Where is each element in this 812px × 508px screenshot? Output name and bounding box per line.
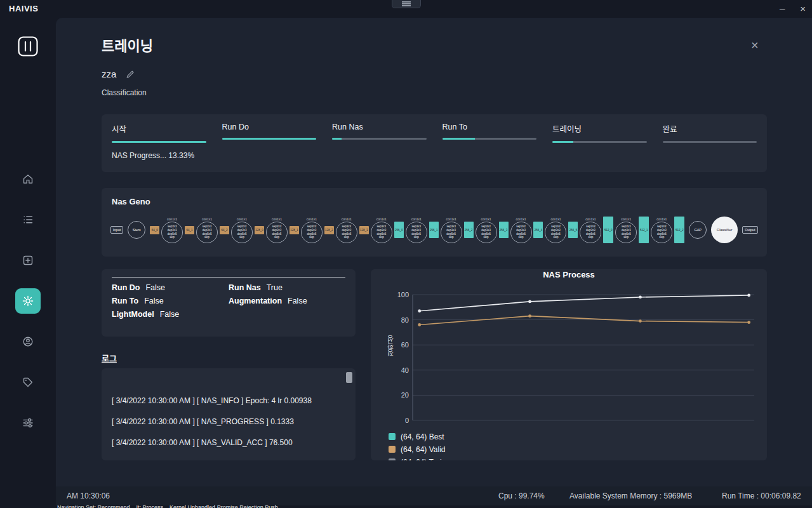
geno-cell-ops: sep3x3dep3x3dep5x5skip <box>580 222 601 243</box>
geno-cell-node: con1x1sep3x3dep3x3dep5x5skip <box>476 217 497 243</box>
geno-cell-node: con1x1sep3x3dep3x3dep5x5skip <box>441 217 462 243</box>
config-label: Augmentation <box>229 297 282 305</box>
tag-icon <box>22 376 34 389</box>
config-label: Run To <box>112 297 138 305</box>
panel-close-icon[interactable]: × <box>751 38 759 53</box>
geno-classifier-node: Classifier <box>711 217 738 243</box>
geno-output-node: Output <box>742 226 758 234</box>
geno-cell-ops: sep3x3dep3x3dep5x5skip <box>231 222 253 243</box>
main-panel: 트레이닝 × zza Classification 시작Run DoRun Na… <box>56 18 812 486</box>
config-item: LightModelFalse <box>112 310 229 319</box>
nas-geno-diagram: InputStem64_0con1x1sep3x3dep3x3dep5x5ski… <box>102 209 767 251</box>
stepper-step: Run Do <box>222 123 317 143</box>
project-row: zza <box>102 69 135 79</box>
minimize-button[interactable]: – <box>780 0 785 18</box>
geno-cell-conv-label: con1x1 <box>656 217 667 221</box>
geno-cell-node: con1x1sep3x3dep3x3dep5x5skip <box>545 217 566 243</box>
step-label: 시작 <box>112 123 206 135</box>
legend-label: (64, 64) Best <box>401 432 444 441</box>
nas-geno-title: Nas Geno <box>102 188 767 206</box>
geno-stem-node: Stem <box>128 221 145 239</box>
geno-cell-ops: sep3x3dep3x3dep5x5skip <box>371 222 392 243</box>
geno-cell-node: con1x1sep3x3dep3x3dep5x5skip <box>196 217 218 243</box>
geno-stage-128_2: 128_2 <box>324 226 334 234</box>
geno-stage-64_0: 64_0 <box>150 226 159 234</box>
geno-stage-256_2: 256_2 <box>464 222 474 238</box>
geno-cell-conv-label: con1x1 <box>516 217 526 221</box>
step-label: Run Do <box>222 123 317 131</box>
legend-item[interactable]: (64, 64) Best <box>389 432 446 441</box>
geno-cell-conv-label: con1x1 <box>585 217 596 221</box>
geno-cell-ops: sep3x3dep3x3dep5x5skip <box>266 222 288 243</box>
stepper-step: 시작 <box>112 123 206 143</box>
config-grid: Run DoFalseRun NasTrueRun ToFalseAugment… <box>102 277 356 319</box>
geno-gap-node: GAP <box>689 221 707 239</box>
step-progress-track <box>663 141 757 143</box>
config-row: Run ToFalseAugmentationFalse <box>112 297 345 305</box>
geno-input-node: Input <box>110 226 123 234</box>
log-entry: [ 3/4/2022 10:30:00 AM ] [ NAS_VALID_ACC… <box>112 438 345 447</box>
nas-process-chart-card: NAS Process 정확성 020406080100 (64, 64) Be… <box>371 269 767 460</box>
sidebar-item-tag[interactable] <box>15 370 41 395</box>
log-title[interactable]: 로그 <box>102 352 117 364</box>
svg-text:20: 20 <box>401 391 409 399</box>
svg-text:0: 0 <box>405 417 409 424</box>
sidebar-item-settings[interactable] <box>15 288 41 314</box>
geno-cell-conv-label: con1x1 <box>237 217 247 221</box>
geno-stage-64_2: 64_2 <box>220 226 229 234</box>
step-label: 완료 <box>663 123 757 135</box>
geno-stage-64_1: 64_1 <box>185 226 194 234</box>
stepper-step: 트레이닝 <box>552 123 647 143</box>
legend-item[interactable]: (64, 64) Valid <box>389 444 446 454</box>
sidebar-item-profile[interactable] <box>15 329 41 354</box>
edit-pencil-icon[interactable] <box>125 69 135 79</box>
geno-stage-128_0: 128_0 <box>255 226 264 234</box>
sidebar-item-add[interactable] <box>15 248 41 273</box>
settings-icon <box>22 295 34 307</box>
stepper-step: Run Nas <box>332 123 427 143</box>
config-label: Run Do <box>112 283 140 292</box>
geno-cell-ops: sep3x3dep3x3dep5x5skip <box>406 222 427 243</box>
geno-cell-ops: sep3x3dep3x3dep5x5skip <box>510 222 532 243</box>
step-progress-fill <box>112 141 206 143</box>
config-label: Run Nas <box>229 283 261 292</box>
geno-cell-node: con1x1sep3x3dep3x3dep5x5skip <box>266 217 288 243</box>
geno-stage-256_1: 256_1 <box>429 222 439 238</box>
legend-item[interactable]: (64, 64) Train <box>389 457 446 460</box>
geno-cell-node: con1x1sep3x3dep3x3dep5x5skip <box>510 217 532 243</box>
sidebar-item-tuning[interactable] <box>15 410 41 436</box>
geno-stage-512_0: 512_0 <box>603 217 613 243</box>
project-name: zza <box>102 69 116 79</box>
chart-title: NAS Process <box>371 270 767 279</box>
app-logo-icon[interactable] <box>17 36 39 57</box>
config-row: Run DoFalseRun NasTrue <box>112 283 345 292</box>
sidebar-item-list[interactable] <box>15 207 41 232</box>
log-scrollbar-thumb[interactable] <box>346 372 352 383</box>
legend-label: (64, 64) Train <box>401 458 446 461</box>
geno-cell-node: con1x1sep3x3dep3x3dep5x5skip <box>580 217 601 243</box>
step-label: Run Nas <box>332 123 427 131</box>
step-progress-track <box>552 141 647 143</box>
close-button[interactable]: × <box>800 0 806 18</box>
geno-cell-node: con1x1sep3x3dep3x3dep5x5skip <box>336 217 357 243</box>
geno-cell-ops: sep3x3dep3x3dep5x5skip <box>615 222 637 243</box>
window-controls: – × <box>780 0 806 18</box>
stepper-step: 완료 <box>663 123 757 143</box>
sidebar-item-home[interactable] <box>15 166 41 192</box>
geno-stage-512_2: 512_2 <box>674 217 684 243</box>
chart-legend: (64, 64) Best(64, 64) Valid(64, 64) Trai… <box>389 432 446 460</box>
geno-stage-256_0: 256_0 <box>394 222 404 238</box>
step-progress-fill <box>222 138 317 140</box>
step-progress-track <box>112 141 206 143</box>
geno-cell-conv-label: con1x1 <box>481 217 491 221</box>
geno-cell-conv-label: con1x1 <box>167 217 177 221</box>
geno-cell-ops: sep3x3dep3x3dep5x5skip <box>441 222 462 243</box>
geno-cell-conv-label: con1x1 <box>621 217 631 221</box>
window-drag-handle[interactable] <box>392 0 421 8</box>
geno-cell-node: con1x1sep3x3dep3x3dep5x5skip <box>301 217 323 243</box>
config-value: True <box>267 283 283 292</box>
geno-cell-node: con1x1sep3x3dep3x3dep5x5skip <box>651 217 672 243</box>
geno-cell-ops: sep3x3dep3x3dep5x5skip <box>196 222 218 243</box>
geno-cell-ops: sep3x3dep3x3dep5x5skip <box>161 222 183 243</box>
stepper-step: Run To <box>443 123 537 143</box>
